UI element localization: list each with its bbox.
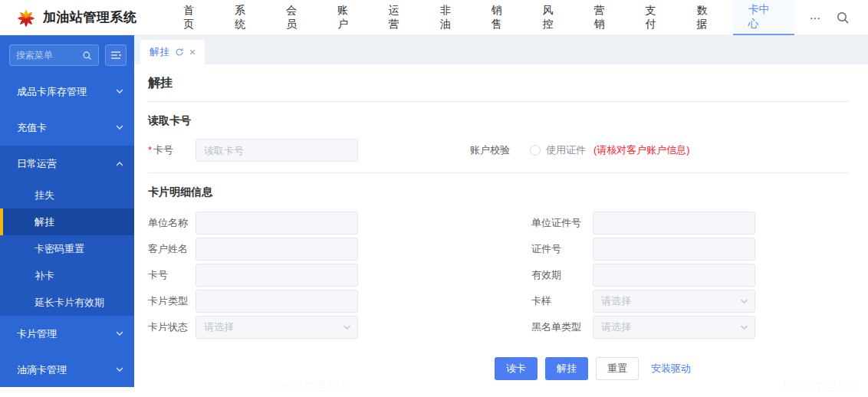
cert-no-input[interactable] — [593, 238, 755, 261]
card-status-select-value: 请选择 — [204, 320, 234, 334]
card-status-label: 卡片状态 — [148, 320, 196, 334]
company-name-input[interactable] — [196, 212, 358, 235]
blacklist-type-label: 黑名单类型 — [531, 320, 593, 334]
nav-item-account[interactable]: 账户 — [322, 0, 373, 35]
section-title-card-detail: 卡片明细信息 — [148, 185, 850, 199]
search-icon — [82, 51, 92, 61]
sidebar-group-label: 充值卡 — [17, 121, 116, 135]
detail-row: 卡片类型 卡样 请选择 — [148, 288, 755, 314]
detail-card-no-input[interactable] — [196, 264, 358, 287]
top-navigation: 首页 系统 会员 账户 运营 非油 销售 风控 营销 支付 数据 卡中心 ··· — [168, 0, 836, 35]
app-title: 加油站管理系统 — [43, 8, 137, 26]
nav-item-risk-control[interactable]: 风控 — [528, 0, 579, 35]
sidebar-search-input[interactable] — [16, 50, 82, 61]
tab-bar: 解挂 × — [134, 35, 868, 64]
brand: 加油站管理系统 — [0, 7, 168, 28]
company-cert-no-input[interactable] — [593, 212, 755, 235]
top-header: 加油站管理系统 首页 系统 会员 账户 运营 非油 销售 风控 营销 支付 数据… — [0, 0, 868, 35]
detail-row: 卡号 有效期 — [148, 262, 755, 288]
account-check-label: 账户校验 — [470, 143, 510, 157]
company-name-label: 单位名称 — [148, 216, 196, 230]
sidebar-group-oil-drop-card-management[interactable]: 油滴卡管理 — [0, 352, 134, 388]
account-check-warning: (请核对客户账户信息) — [593, 143, 690, 157]
section-title-read-card: 读取卡号 — [148, 114, 850, 128]
chevron-down-icon — [740, 299, 748, 304]
card-no-input[interactable] — [196, 139, 358, 162]
use-certificate-label[interactable]: 使用证件 — [546, 143, 586, 157]
sidebar-item-loss-report[interactable]: 挂失 — [0, 182, 134, 208]
sidebar-group-daily-operations-block: 日常运营 挂失 解挂 卡密码重置 补卡 延长卡片有效期 — [0, 146, 134, 316]
validity-input[interactable] — [593, 264, 755, 287]
sidebar-item-replace-card[interactable]: 补卡 — [0, 262, 134, 289]
detail-row: 卡片状态 请选择 黑名单类型 请选择 — [148, 314, 755, 340]
nav-item-system[interactable]: 系统 — [219, 0, 271, 35]
nav-item-card-center[interactable]: 卡中心 — [733, 0, 794, 35]
sidebar-group-card-management[interactable]: 卡片管理 — [0, 316, 134, 352]
sidebar-group-query-statistics[interactable]: 查询统计 — [0, 388, 134, 397]
footer-buttons: 读卡 解挂 重置 安装驱动 — [148, 357, 850, 380]
collapse-menu-button[interactable] — [105, 44, 127, 66]
nav-item-home[interactable]: 首页 — [168, 0, 219, 35]
account-check-group: 账户校验 使用证件 (请核对客户账户信息) — [470, 143, 690, 157]
page-title: 解挂 — [148, 75, 850, 91]
card-type-input[interactable] — [196, 290, 358, 313]
blacklist-type-select[interactable]: 请选择 — [593, 316, 755, 339]
nav-item-marketing[interactable]: 营销 — [579, 0, 630, 35]
nav-item-more[interactable]: ··· — [794, 0, 836, 35]
chevron-down-icon — [116, 331, 123, 336]
customer-name-input[interactable] — [196, 238, 358, 261]
read-card-button[interactable]: 读卡 — [495, 357, 538, 380]
customer-name-label: 客户姓名 — [148, 242, 196, 256]
sidebar-item-unhang[interactable]: 解挂 — [0, 208, 134, 235]
card-no-label: *卡号 — [148, 143, 196, 157]
daily-operations-submenu: 挂失 解挂 卡密码重置 补卡 延长卡片有效期 — [0, 182, 134, 316]
blacklist-type-select-value: 请选择 — [601, 320, 631, 334]
sidebar-group-label: 成品卡库存管理 — [17, 85, 116, 99]
sidebar-group-daily-operations[interactable]: 日常运营 — [0, 146, 134, 182]
company-cert-no-label: 单位证件号 — [531, 216, 593, 230]
unhang-button[interactable]: 解挂 — [545, 357, 588, 380]
required-mark: * — [148, 144, 152, 156]
sidebar-group-label: 日常运营 — [17, 157, 116, 171]
chevron-down-icon — [343, 325, 351, 330]
title-divider — [148, 101, 850, 102]
sidebar-group-recharge-card[interactable]: 充值卡 — [0, 110, 134, 146]
card-style-select[interactable]: 请选择 — [593, 290, 755, 313]
reset-button[interactable]: 重置 — [596, 357, 639, 380]
detail-card-no-label: 卡号 — [148, 268, 196, 282]
detail-row: 客户姓名 证件号 — [148, 236, 755, 262]
tab-label: 解挂 — [150, 45, 169, 59]
close-icon[interactable]: × — [189, 47, 196, 57]
sidebar: 成品卡库存管理 充值卡 日常运营 挂失 解挂 卡密码重置 补卡 延长卡片有效期 … — [0, 35, 134, 387]
nav-item-data[interactable]: 数据 — [682, 0, 733, 35]
install-driver-link[interactable]: 安装驱动 — [651, 362, 691, 376]
sidebar-item-extend-card-validity[interactable]: 延长卡片有效期 — [0, 289, 134, 316]
sidebar-group-label: 卡片管理 — [17, 327, 116, 341]
section-divider — [148, 172, 850, 173]
card-style-select-value: 请选择 — [601, 294, 631, 308]
sidebar-search-box[interactable] — [9, 44, 99, 66]
chevron-down-icon — [740, 325, 748, 330]
chevron-down-icon — [116, 125, 123, 130]
sidebar-item-card-password-reset[interactable]: 卡密码重置 — [0, 235, 134, 262]
nav-item-payment[interactable]: 支付 — [630, 0, 682, 35]
nav-item-operations[interactable]: 运营 — [373, 0, 425, 35]
collapse-menu-icon — [110, 51, 121, 60]
validity-label: 有效期 — [531, 268, 593, 282]
nav-item-sales[interactable]: 销售 — [476, 0, 528, 35]
sidebar-group-card-inventory[interactable]: 成品卡库存管理 — [0, 74, 134, 110]
use-certificate-radio[interactable] — [530, 145, 541, 156]
read-card-row: *卡号 账户校验 使用证件 (请核对客户账户信息) — [148, 139, 850, 162]
card-type-label: 卡片类型 — [148, 294, 196, 308]
sidebar-group-label: 油滴卡管理 — [17, 363, 116, 377]
nav-item-nonoil[interactable]: 非油 — [425, 0, 476, 35]
nav-item-member[interactable]: 会员 — [271, 0, 322, 35]
card-status-select[interactable]: 请选择 — [196, 316, 358, 339]
card-style-label: 卡样 — [531, 294, 593, 308]
cert-no-label: 证件号 — [531, 242, 593, 256]
petrochina-logo-icon — [15, 7, 37, 28]
global-search-button[interactable] — [836, 11, 850, 25]
chevron-down-icon — [116, 367, 123, 372]
refresh-icon[interactable] — [175, 48, 184, 57]
tab-unhang[interactable]: 解挂 × — [140, 40, 205, 64]
